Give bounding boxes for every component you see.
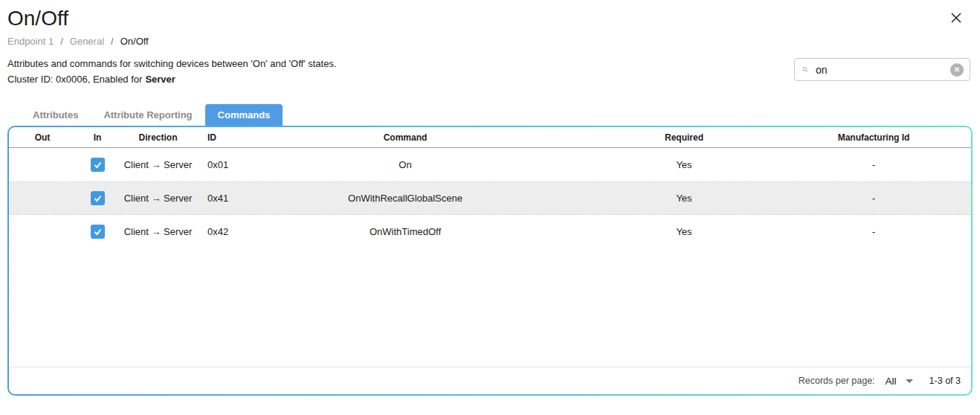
table-row: Client → Server 0x42 OnWithTimedOff Yes … [9,215,971,248]
id-cell: 0x41 [197,193,264,204]
column-header-required: Required [547,132,822,143]
page-title: On/Off [7,6,68,31]
dialog-header: On/Off Endpoint 1 / General / On/Off [0,0,980,47]
cluster-description: Attributes and commands for switching de… [7,58,337,69]
breadcrumb-endpoint[interactable]: Endpoint 1 [7,36,54,47]
command-cell: OnWithRecallGlobalScene [264,193,547,204]
direction-cell: Client → Server [119,226,197,237]
close-button[interactable] [947,9,965,27]
cluster-tabs: Attributes Attribute Reporting Commands [20,104,980,126]
checkbox-check-icon [93,227,103,237]
column-header-out: Out [9,132,76,143]
cluster-description-block: Attributes and commands for switching de… [7,58,337,85]
tab-attributes[interactable]: Attributes [20,104,91,126]
in-checkbox[interactable] [91,225,105,239]
column-header-in: In [76,132,119,143]
column-header-id: ID [197,132,264,143]
tab-attribute-reporting[interactable]: Attribute Reporting [91,104,204,126]
required-cell: Yes [547,193,822,204]
cluster-enabled-role: Server [145,74,175,85]
column-header-manufacturing-id: Manufacturing Id [822,132,926,143]
in-checkbox[interactable] [91,191,105,205]
column-header-command: Command [264,132,547,143]
manufacturing-id-cell: - [822,159,926,170]
chevron-down-icon [906,379,913,383]
search-input[interactable] [808,64,950,76]
direction-cell: Client → Server [119,159,197,170]
tab-commands[interactable]: Commands [205,104,283,126]
checkbox-check-icon [93,193,103,203]
table-row: Client → Server 0x01 On Yes - [9,148,971,181]
pagination-range: 1-3 of 3 [929,376,961,386]
required-cell: Yes [547,226,822,237]
records-per-page-value: All [886,376,897,387]
in-checkbox[interactable] [91,158,105,172]
records-per-page-label: Records per page: [799,376,875,386]
table-empty-area [9,248,971,367]
required-cell: Yes [547,159,822,170]
checkbox-check-icon [93,160,103,170]
search-box[interactable]: ✕ [794,58,970,81]
commands-table-container: Out In Direction ID Command Required Man… [7,126,973,396]
manufacturing-id-cell: - [822,193,926,204]
breadcrumb-separator: / [60,36,63,47]
manufacturing-id-cell: - [822,226,926,237]
command-cell: OnWithTimedOff [264,226,547,237]
breadcrumb: Endpoint 1 / General / On/Off [7,36,965,47]
id-cell: 0x01 [197,159,264,170]
clear-search-icon[interactable]: ✕ [950,63,964,77]
direction-cell: Client → Server [119,193,197,204]
table-header-row: Out In Direction ID Command Required Man… [9,127,971,148]
breadcrumb-separator: / [111,36,114,47]
breadcrumb-general[interactable]: General [70,36,104,47]
cluster-info-line: Cluster ID: 0x0006, Enabled forServer [7,74,337,85]
cluster-info-prefix: Cluster ID: 0x0006, Enabled for [7,74,142,85]
breadcrumb-current: On/Off [120,36,149,47]
table-pagination: Records per page: All 1-3 of 3 [9,367,971,394]
table-row: Client → Server 0x41 OnWithRecallGlobalS… [9,181,971,215]
command-cell: On [264,159,547,170]
close-icon [950,12,962,24]
id-cell: 0x42 [197,226,264,237]
column-header-direction: Direction [119,132,197,143]
search-icon [802,63,808,76]
records-per-page-select[interactable]: All [886,376,913,387]
